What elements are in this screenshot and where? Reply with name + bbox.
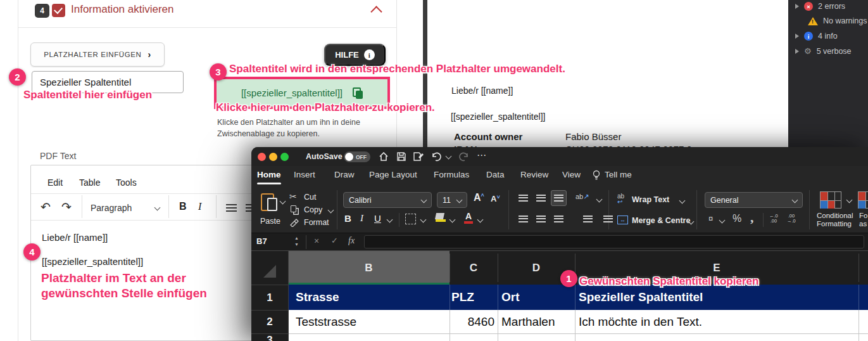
select-all-corner[interactable] — [251, 251, 288, 285]
decrease-indent-icon[interactable] — [583, 216, 593, 222]
editor-menu-edit[interactable]: Edit — [47, 177, 63, 188]
tab-draw[interactable]: Draw — [334, 170, 355, 179]
name-box[interactable]: B7 — [256, 236, 267, 246]
italic-button[interactable]: I — [198, 201, 201, 212]
save-icon[interactable] — [396, 151, 407, 162]
cell-d2[interactable]: Marthalen — [498, 310, 575, 333]
more-commands-icon[interactable]: ⋯ — [477, 150, 487, 161]
align-left-icon[interactable] — [519, 216, 528, 222]
borders-icon[interactable] — [405, 214, 416, 224]
tab-tell-me[interactable]: Tell me — [605, 170, 632, 179]
console-row-verbose[interactable]: ⚙ 5 verbose — [795, 46, 852, 56]
tab-view[interactable]: View — [562, 170, 581, 179]
expander-icon[interactable] — [795, 49, 799, 54]
align-left-icon[interactable] — [226, 204, 237, 212]
wrap-text-label[interactable]: Wrap Text — [632, 195, 669, 204]
paragraph-dropdown[interactable]: Paragraph — [91, 203, 132, 213]
font-size-select[interactable]: 11 — [437, 192, 467, 208]
console-row-errors[interactable]: × 2 errors — [795, 2, 845, 11]
cell-d1[interactable]: Ort — [498, 285, 575, 310]
column-header-c[interactable]: C — [450, 251, 498, 285]
close-window-button[interactable] — [258, 153, 266, 161]
redo-icon-disabled[interactable] — [459, 151, 470, 162]
italic-button[interactable]: I — [360, 213, 363, 224]
underline-button[interactable]: U — [374, 213, 381, 224]
cut-label[interactable]: Cut — [304, 193, 316, 202]
increase-indent-icon[interactable] — [603, 216, 613, 222]
cell-e2[interactable]: Ich möchte in den Text. — [575, 310, 859, 333]
cell-c1[interactable]: PLZ — [450, 285, 498, 310]
conditional-formatting-label[interactable]: ConditionalFormatting — [817, 212, 853, 228]
format-painter-icon[interactable] — [289, 217, 299, 227]
format-as-table-icon[interactable] — [858, 191, 868, 209]
format-as-table-label[interactable]: Foas — [859, 212, 867, 228]
fx-icon[interactable]: fx — [348, 236, 355, 246]
decrease-font-icon[interactable]: A˅ — [491, 194, 500, 203]
merge-centre-label[interactable]: Merge & Centre — [632, 216, 690, 225]
format-label[interactable]: Format — [304, 218, 329, 227]
save-as-icon[interactable] — [412, 151, 425, 162]
increase-decimal-icon[interactable]: ←.0.00 — [769, 214, 778, 224]
row-header-2[interactable]: 2 — [251, 310, 288, 333]
expander-icon[interactable] — [795, 34, 799, 39]
editor-menu-table[interactable]: Table — [79, 177, 100, 188]
home-icon[interactable] — [378, 151, 389, 162]
name-box-stepper[interactable]: ▲▼ — [294, 235, 299, 248]
bold-button[interactable]: B — [344, 213, 351, 224]
minimize-window-button[interactable] — [269, 153, 277, 161]
cell-b2[interactable]: Teststrasse — [288, 310, 450, 333]
row-3-partial[interactable] — [288, 334, 868, 341]
console-row-warnings[interactable]: No warnings — [808, 16, 867, 25]
expander-icon[interactable] — [795, 4, 799, 9]
bold-button[interactable]: B — [179, 201, 187, 212]
console-row-info[interactable]: i 4 info — [795, 32, 838, 41]
paste-icon[interactable] — [261, 192, 276, 210]
font-name-select[interactable]: Calibri — [343, 192, 432, 208]
undo-icon[interactable] — [430, 151, 441, 162]
align-center-icon[interactable] — [536, 216, 546, 222]
tab-page-layout[interactable]: Page Layout — [369, 170, 417, 179]
accounting-format-icon[interactable]: ¤ — [708, 214, 713, 223]
undo-icon[interactable]: ↶ — [41, 201, 51, 213]
merge-centre-icon[interactable]: ↔ — [617, 216, 628, 224]
comma-style-icon[interactable]: , — [750, 209, 754, 226]
orientation-icon[interactable]: ab↗ — [576, 193, 589, 201]
zoom-window-button[interactable] — [280, 153, 289, 161]
copy-icon[interactable] — [291, 205, 296, 212]
cell-f2-partial[interactable] — [859, 310, 868, 333]
cell-f1-partial[interactable] — [859, 285, 868, 310]
increase-font-icon[interactable]: A˄ — [474, 192, 484, 203]
align-bottom-selected[interactable] — [551, 190, 567, 206]
paste-label[interactable]: Paste — [260, 217, 280, 226]
tab-formulas[interactable]: Formulas — [434, 170, 469, 179]
tab-review[interactable]: Review — [520, 170, 548, 179]
row-header-1[interactable]: 1 — [251, 285, 288, 310]
column-header-b[interactable]: B — [288, 251, 450, 285]
cell-e1[interactable]: Spezieller Spaltentitel — [575, 285, 859, 310]
cell-c2[interactable]: 8460 — [450, 310, 498, 333]
align-middle-icon[interactable] — [536, 195, 546, 202]
information-aktivieren-checkbox[interactable] — [52, 4, 65, 17]
tab-home[interactable]: Home — [257, 170, 281, 179]
redo-icon[interactable]: ↷ — [61, 201, 72, 213]
row-header-3-partial[interactable]: 3 — [251, 333, 288, 341]
align-top-icon[interactable] — [519, 195, 528, 202]
editor-menu-tools[interactable]: Tools — [116, 177, 137, 188]
enter-icon[interactable]: ✓ — [331, 236, 338, 245]
cancel-icon[interactable]: × — [314, 236, 319, 246]
conditional-formatting-icon[interactable] — [820, 191, 841, 209]
cut-icon[interactable]: ✂ — [289, 191, 297, 202]
column-header-f-partial[interactable] — [859, 251, 868, 285]
fill-color-icon[interactable] — [436, 213, 446, 222]
insert-placeholder-button[interactable]: PLATZHALTER EINFÜGEN › — [30, 42, 165, 67]
wrap-text-icon[interactable]: ab↩ — [617, 193, 624, 205]
align-right-icon[interactable] — [554, 216, 563, 222]
tab-data[interactable]: Data — [486, 170, 505, 179]
formula-input[interactable] — [364, 235, 864, 248]
percent-style-icon[interactable]: % — [733, 213, 741, 224]
font-color-icon[interactable]: A — [464, 211, 473, 224]
number-format-select[interactable]: General — [705, 192, 803, 208]
cell-b1[interactable]: Strasse — [288, 285, 450, 310]
copy-label[interactable]: Copy — [304, 205, 322, 214]
decrease-decimal-icon[interactable]: .00→.0 — [787, 214, 796, 224]
